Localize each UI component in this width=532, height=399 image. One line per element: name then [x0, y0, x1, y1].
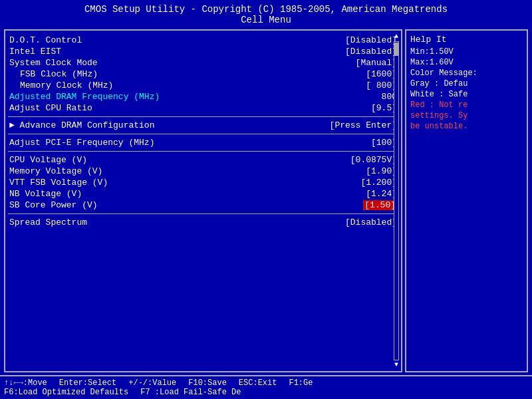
sb-core-label: SB Core Power (V) — [9, 200, 98, 210]
menu-item-pcie-freq[interactable]: Adjust PCI-E Frequency (MHz) [100] — [8, 137, 398, 148]
help-line-8: be unstable. — [410, 122, 523, 131]
menu-item-adjusted-dram[interactable]: Adjusted DRAM Frequency (MHz) 800 — [8, 91, 398, 102]
right-panel: Help It Min:1.50V Max:1.60V Color Messag… — [405, 29, 528, 372]
footer: ↑↓←→:Move Enter:Select +/-/:Value F10:Sa… — [0, 375, 532, 399]
scrollbar[interactable]: ▲ ▼ — [393, 33, 400, 368]
menu-item-nb-voltage[interactable]: NB Voltage (V) [1.24] — [8, 188, 398, 200]
separator-2 — [8, 134, 398, 134]
footer-row-2: F6:Load Optimized Defaults F7 :Load Fail… — [4, 388, 528, 397]
menu-item-memory-clock[interactable]: Memory Clock (MHz) [ 800] — [8, 80, 398, 91]
vtt-fsb-label: VTT FSB Voltage (V) — [9, 178, 108, 188]
menu-item-memory-voltage[interactable]: Memory Voltage (V) [1.90] — [8, 166, 398, 177]
help-line-5: White : Safe — [410, 90, 523, 99]
help-line-2: Max:1.60V — [410, 58, 523, 67]
footer-key-f6: F6:Load Optimized Defaults — [4, 388, 128, 397]
title-bar: CMOS Setup Utility - Copyright (C) 1985-… — [0, 0, 532, 27]
advance-dram-value: [Press Enter] — [330, 120, 397, 130]
menu-item-intel-eist[interactable]: Intel EIST [Disabled] — [8, 46, 398, 57]
menu-item-sb-core[interactable]: SB Core Power (V) [1.50] — [8, 200, 398, 211]
help-line-3: Color Message: — [410, 68, 523, 78]
dot-control-label: D.O.T. Control — [9, 35, 82, 45]
vtt-fsb-value: [1.200] — [360, 178, 397, 188]
menu-item-spread-spectrum[interactable]: Spread Spectrum [Disabled] — [8, 217, 398, 228]
menu-item-fsb-clock[interactable]: FSB Clock (MHz) [1600] — [8, 68, 398, 80]
intel-eist-value: [Disabled] — [345, 47, 397, 57]
scrollbar-thumb[interactable] — [394, 43, 398, 56]
memory-clock-label: Memory Clock (MHz) — [9, 80, 113, 90]
fsb-clock-value: [1600] — [366, 69, 397, 79]
nb-voltage-label: NB Voltage (V) — [9, 189, 82, 199]
scroll-down-arrow[interactable]: ▼ — [394, 362, 398, 368]
system-clock-label: System Clock Mode — [9, 58, 98, 68]
separator-3 — [8, 151, 398, 152]
spread-spectrum-label: Spread Spectrum — [9, 217, 87, 227]
memory-clock-value: [ 800] — [366, 80, 397, 90]
scroll-up-arrow[interactable]: ▲ — [394, 33, 398, 40]
menu-item-cpu-voltage[interactable]: CPU Voltage (V) [0.0875V] — [8, 154, 398, 166]
nb-voltage-value: [1.24] — [366, 189, 397, 199]
main-area: D.O.T. Control [Disabled] Intel EIST [Di… — [0, 27, 532, 375]
cpu-ratio-label: Adjust CPU Ratio — [9, 103, 92, 113]
footer-key-value: +/-/:Value — [128, 378, 176, 388]
pcie-freq-label: Adjust PCI-E Frequency (MHz) — [9, 138, 154, 148]
cpu-voltage-value: [0.0875V] — [350, 155, 397, 165]
bios-screen: CMOS Setup Utility - Copyright (C) 1985-… — [0, 0, 532, 399]
left-panel: D.O.T. Control [Disabled] Intel EIST [Di… — [4, 29, 402, 372]
menu-item-system-clock[interactable]: System Clock Mode [Manual] — [8, 57, 398, 68]
menu-item-dot-control[interactable]: D.O.T. Control [Disabled] — [8, 35, 398, 46]
adjusted-dram-label: Adjusted DRAM Frequency (MHz) — [9, 92, 160, 102]
footer-row-1: ↑↓←→:Move Enter:Select +/-/:Value F10:Sa… — [4, 378, 528, 388]
footer-key-f7: F7 :Load Fail-Safe De — [140, 388, 241, 397]
intel-eist-label: Intel EIST — [9, 47, 61, 57]
memory-voltage-label: Memory Voltage (V) — [9, 166, 102, 176]
memory-voltage-value: [1.90] — [366, 166, 397, 176]
menu-item-vtt-fsb[interactable]: VTT FSB Voltage (V) [1.200] — [8, 177, 398, 188]
menu-item-advance-dram[interactable]: ► Advance DRAM Configuration [Press Ente… — [8, 120, 398, 131]
fsb-clock-label: FSB Clock (MHz) — [9, 69, 98, 79]
sb-core-value: [1.50] — [363, 200, 397, 210]
footer-key-f1: F1:Ge — [289, 378, 313, 388]
system-clock-value: [Manual] — [356, 58, 397, 68]
sub-title: Cell Menu — [0, 15, 532, 25]
footer-key-esc: ESC:Exit — [239, 378, 277, 388]
menu-item-cpu-ratio[interactable]: Adjust CPU Ratio [9.5] — [8, 102, 398, 114]
spread-spectrum-value: [Disabled] — [345, 217, 397, 227]
dot-control-value: [Disabled] — [345, 35, 397, 45]
footer-key-move: ↑↓←→:Move — [4, 378, 47, 388]
separator-1 — [8, 116, 398, 117]
help-title: Help It — [410, 35, 523, 45]
help-line-1: Min:1.50V — [410, 47, 523, 57]
footer-key-enter: Enter:Select — [59, 378, 116, 388]
advance-dram-label: ► Advance DRAM Configuration — [9, 120, 154, 130]
separator-4 — [8, 213, 398, 214]
help-line-4: Gray : Defau — [410, 79, 523, 88]
footer-key-f10: F10:Save — [188, 378, 227, 388]
cpu-voltage-label: CPU Voltage (V) — [9, 155, 87, 165]
help-line-6: Red : Not re — [410, 100, 523, 110]
main-title: CMOS Setup Utility - Copyright (C) 1985-… — [0, 4, 532, 15]
help-line-7: settings. Sy — [410, 111, 523, 120]
scrollbar-track[interactable] — [394, 41, 399, 360]
